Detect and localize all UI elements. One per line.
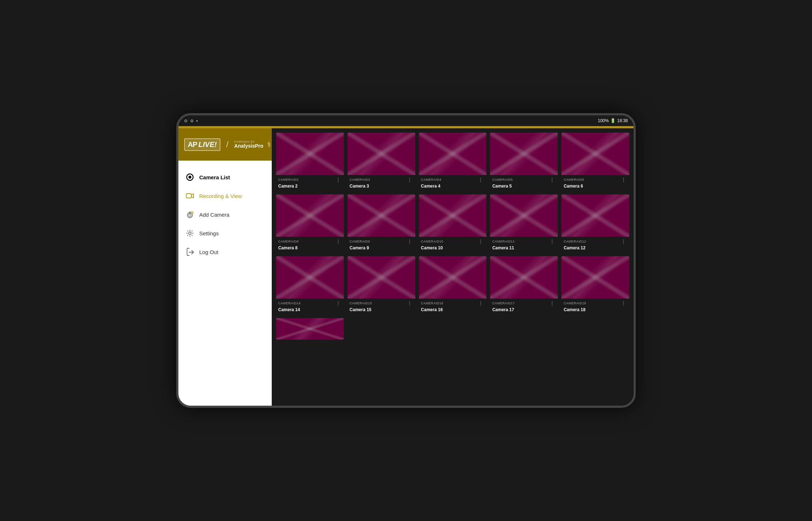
more-menu-8[interactable]: ⋮ [335, 238, 342, 245]
camera-card-10[interactable]: CAMERAID10 ⋮ Camera 10 [419, 194, 487, 253]
camera-id-15: CAMERAID15 [350, 301, 372, 305]
svg-point-4 [189, 214, 191, 217]
camera-info-9: CAMERAID9 ⋮ Camera 9 [347, 237, 415, 253]
camera-card-5[interactable]: CAMERAID5 ⋮ Camera 5 [490, 133, 558, 191]
camera-card-8[interactable]: CAMERAID8 ⋮ Camera 8 [276, 194, 344, 253]
nav-item-camera-list[interactable]: Camera List [178, 168, 272, 186]
tablet-frame: ⊙ ⊙ ▪ 100% 🔋 18:38 APLIVE! / POWERED BY … [176, 113, 636, 408]
camera-name-2: Camera 2 [278, 184, 342, 189]
camera-name-17: Camera 17 [492, 307, 556, 312]
camera-card-14[interactable]: CAMERAID14 ⋮ Camera 14 [276, 256, 344, 314]
camera-card-6[interactable]: CAMERAID6 ⋮ Camera 6 [561, 133, 629, 191]
camera-thumbnail-10 [419, 194, 487, 237]
camera-info-17: CAMERAID17 ⋮ Camera 17 [490, 299, 558, 314]
camera-card-4[interactable]: CAMERAID4 ⋮ Camera 4 [419, 133, 487, 191]
camera-list-icon [186, 173, 194, 181]
camera-id-16: CAMERAID16 [421, 301, 444, 305]
nav-item-add-camera[interactable]: Add Camera [178, 205, 272, 224]
caduceus-icon: ⚕ [267, 140, 271, 149]
camera-card-15[interactable]: CAMERAID15 ⋮ Camera 15 [347, 256, 415, 314]
camera-card-18[interactable]: CAMERAID18 ⋮ Camera 18 [561, 256, 629, 314]
camera-info-8: CAMERAID8 ⋮ Camera 8 [276, 237, 344, 253]
camera-thumbnail-3 [347, 133, 415, 175]
camera-thumbnail-15 [347, 256, 415, 299]
camera-thumbnail-4 [419, 133, 487, 175]
sidebar: APLIVE! / POWERED BY AnalysisPro ⚕ [178, 128, 272, 406]
camera-card-20[interactable] [276, 318, 344, 340]
camera-card-12[interactable]: CAMERAID12 ⋮ Camera 12 [561, 194, 629, 253]
camera-id-10: CAMERAID10 [421, 240, 444, 243]
sidebar-nav: Camera List Recording & View [178, 161, 272, 406]
sidebar-header: APLIVE! / POWERED BY AnalysisPro ⚕ [178, 128, 272, 161]
camera-name-11: Camera 11 [492, 245, 556, 250]
camera-id-11: CAMERAID11 [492, 240, 515, 243]
camera-thumbnail-11 [490, 194, 558, 237]
more-menu-2[interactable]: ⋮ [335, 176, 342, 183]
camera-id-2: CAMERAID2 [278, 178, 299, 181]
camera-info-14: CAMERAID14 ⋮ Camera 14 [276, 299, 344, 314]
camera-name-6: Camera 6 [564, 184, 627, 189]
camera-name-10: Camera 10 [421, 245, 485, 250]
nav-label-settings: Settings [199, 230, 219, 236]
more-menu-10[interactable]: ⋮ [477, 238, 484, 245]
more-menu-4[interactable]: ⋮ [477, 176, 484, 183]
nav-label-camera-list: Camera List [199, 174, 230, 180]
camera-id-5: CAMERAID5 [492, 178, 513, 181]
camera-info-4: CAMERAID4 ⋮ Camera 4 [419, 175, 487, 191]
recording-view-icon [186, 192, 194, 200]
more-menu-17[interactable]: ⋮ [549, 300, 556, 306]
more-menu-12[interactable]: ⋮ [620, 238, 627, 245]
camera-id-18: CAMERAID18 [564, 301, 586, 305]
camera-name-3: Camera 3 [350, 184, 413, 189]
camera-thumbnail-16 [419, 256, 487, 299]
battery-icon: 🔋 [610, 118, 616, 123]
camera-thumbnail-8 [276, 194, 344, 237]
camera-name-18: Camera 18 [564, 307, 627, 312]
logo-analysis-pro: POWERED BY AnalysisPro [234, 140, 263, 149]
more-menu-6[interactable]: ⋮ [620, 176, 627, 183]
more-menu-9[interactable]: ⋮ [406, 238, 413, 245]
more-menu-5[interactable]: ⋮ [549, 176, 556, 183]
svg-rect-2 [186, 194, 191, 198]
camera-info-18: CAMERAID18 ⋮ Camera 18 [561, 299, 629, 314]
camera-thumbnail-2 [276, 133, 344, 175]
camera-info-3: CAMERAID3 ⋮ Camera 3 [347, 175, 415, 191]
camera-thumbnail-9 [347, 194, 415, 237]
camera-card-3[interactable]: CAMERAID3 ⋮ Camera 3 [347, 133, 415, 191]
settings-icon [186, 229, 194, 238]
camera-name-12: Camera 12 [564, 245, 627, 250]
more-menu-11[interactable]: ⋮ [549, 238, 556, 245]
camera-info-2: CAMERAID2 ⋮ Camera 2 [276, 175, 344, 191]
nav-item-log-out[interactable]: Log Out [178, 243, 272, 261]
more-menu-15[interactable]: ⋮ [406, 300, 413, 306]
camera-id-8: CAMERAID8 [278, 240, 299, 243]
status-icon-1: ⊙ [184, 119, 187, 123]
nav-label-log-out: Log Out [199, 249, 218, 255]
camera-card-17[interactable]: CAMERAID17 ⋮ Camera 17 [490, 256, 558, 314]
camera-thumbnail-5 [490, 133, 558, 175]
status-icon-2: ⊙ [190, 119, 193, 123]
camera-card-16[interactable]: CAMERAID16 ⋮ Camera 16 [419, 256, 487, 314]
camera-id-17: CAMERAID17 [492, 301, 515, 305]
logo-divider: / [226, 139, 229, 149]
camera-id-4: CAMERAID4 [421, 178, 442, 181]
nav-item-settings[interactable]: Settings [178, 224, 272, 243]
camera-card-9[interactable]: CAMERAID9 ⋮ Camera 9 [347, 194, 415, 253]
camera-card-11[interactable]: CAMERAID11 ⋮ Camera 11 [490, 194, 558, 253]
more-menu-18[interactable]: ⋮ [620, 300, 627, 306]
more-menu-16[interactable]: ⋮ [477, 300, 484, 306]
camera-name-5: Camera 5 [492, 184, 556, 189]
nav-item-recording-view[interactable]: Recording & View [178, 186, 272, 205]
camera-name-16: Camera 16 [421, 307, 485, 312]
svg-point-6 [189, 232, 191, 235]
logo-live: LIVE! [199, 140, 217, 148]
more-menu-3[interactable]: ⋮ [406, 176, 413, 183]
more-menu-14[interactable]: ⋮ [335, 300, 342, 306]
camera-id-9: CAMERAID9 [350, 240, 370, 243]
camera-id-14: CAMERAID14 [278, 301, 301, 305]
camera-card-2[interactable]: CAMERAID2 ⋮ Camera 2 [276, 133, 344, 191]
camera-id-12: CAMERAID12 [564, 240, 586, 243]
time-label: 18:38 [617, 118, 628, 123]
camera-thumbnail-17 [490, 256, 558, 299]
camera-thumbnail-20 [276, 318, 344, 340]
